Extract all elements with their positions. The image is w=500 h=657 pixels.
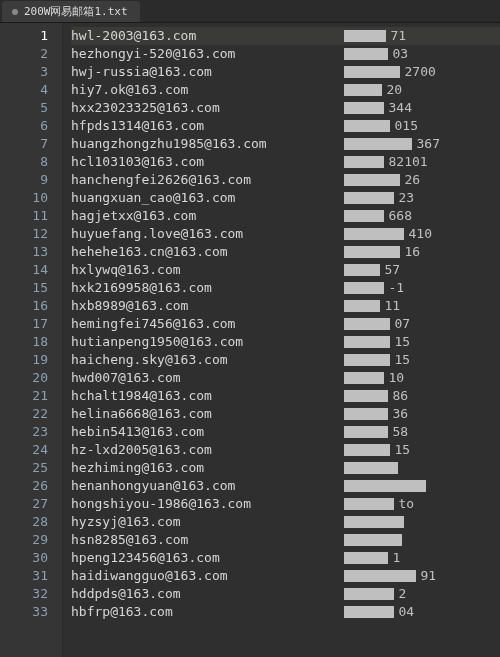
- line-number: 26: [10, 477, 48, 495]
- line-number: 20: [10, 369, 48, 387]
- censored-block: [344, 318, 390, 330]
- code-line[interactable]: hpeng123456@163.com 1: [71, 549, 500, 567]
- censored-block: [344, 336, 390, 348]
- censored-block: [344, 372, 384, 384]
- censored-block: [344, 408, 388, 420]
- code-line[interactable]: hxx23023325@163.com 344: [71, 99, 500, 117]
- censored-block: [344, 354, 390, 366]
- trailing-value: 2: [398, 585, 406, 603]
- code-line[interactable]: huangxuan_cao@163.com 23: [71, 189, 500, 207]
- code-line[interactable]: hanchengfei2626@163.com 26: [71, 171, 500, 189]
- censored-block: [344, 48, 388, 60]
- trailing-value: 2700: [404, 63, 435, 81]
- email-text: hbfrp@163.com: [71, 603, 321, 621]
- code-line[interactable]: hiy7.ok@163.com 20: [71, 81, 500, 99]
- trailing-value: 82101: [388, 153, 427, 171]
- line-number: 30: [10, 549, 48, 567]
- code-line[interactable]: hxlywq@163.com 57: [71, 261, 500, 279]
- trailing-value: 668: [388, 207, 411, 225]
- line-number: 14: [10, 261, 48, 279]
- email-text: huyuefang.love@163.com: [71, 225, 321, 243]
- code-line[interactable]: hemingfei7456@163.com 07: [71, 315, 500, 333]
- email-text: hxb8989@163.com: [71, 297, 321, 315]
- line-number: 19: [10, 351, 48, 369]
- line-number: 23: [10, 423, 48, 441]
- censored-block: [344, 498, 394, 510]
- code-line[interactable]: hcl103103@163.com 82101: [71, 153, 500, 171]
- trailing-value: 71: [390, 27, 406, 45]
- editor-area[interactable]: 1234567891011121314151617181920212223242…: [0, 23, 500, 657]
- email-text: hezhongyi-520@163.com: [71, 45, 321, 63]
- code-line[interactable]: hehehe163.cn@163.com 16: [71, 243, 500, 261]
- code-line[interactable]: hezhiming@163.com: [71, 459, 500, 477]
- censored-block: [344, 264, 380, 276]
- censored-block: [344, 444, 390, 456]
- code-line[interactable]: huangzhongzhu1985@163.com 367: [71, 135, 500, 153]
- code-line[interactable]: hutianpeng1950@163.com 15: [71, 333, 500, 351]
- line-number: 16: [10, 297, 48, 315]
- trailing-value: 11: [384, 297, 400, 315]
- censored-block: [344, 120, 390, 132]
- line-number: 6: [10, 117, 48, 135]
- code-line[interactable]: huyuefang.love@163.com 410: [71, 225, 500, 243]
- code-line[interactable]: hwj-russia@163.com 2700: [71, 63, 500, 81]
- line-number: 2: [10, 45, 48, 63]
- code-line[interactable]: hchalt1984@163.com 86: [71, 387, 500, 405]
- trailing-value: 20: [386, 81, 402, 99]
- trailing-value: 15: [394, 351, 410, 369]
- email-text: hsn8285@163.com: [71, 531, 321, 549]
- line-number: 29: [10, 531, 48, 549]
- trailing-value: 16: [404, 243, 420, 261]
- line-number: 9: [10, 171, 48, 189]
- code-line[interactable]: hyzsyj@163.com: [71, 513, 500, 531]
- line-number: 8: [10, 153, 48, 171]
- code-line[interactable]: hwd007@163.com 10: [71, 369, 500, 387]
- trailing-value: 367: [416, 135, 439, 153]
- code-line[interactable]: hddpds@163.com 2: [71, 585, 500, 603]
- email-text: hagjetxx@163.com: [71, 207, 321, 225]
- trailing-value: 03: [392, 45, 408, 63]
- code-line[interactable]: hsn8285@163.com: [71, 531, 500, 549]
- email-text: hchalt1984@163.com: [71, 387, 321, 405]
- line-number: 25: [10, 459, 48, 477]
- code-line[interactable]: hxb8989@163.com 11: [71, 297, 500, 315]
- censored-block: [344, 516, 404, 528]
- email-text: hebin5413@163.com: [71, 423, 321, 441]
- code-line[interactable]: haidiwangguo@163.com 91: [71, 567, 500, 585]
- code-line[interactable]: hagjetxx@163.com 668: [71, 207, 500, 225]
- email-text: huangxuan_cao@163.com: [71, 189, 321, 207]
- editor-window: 200W网易邮箱1.txt 12345678910111213141516171…: [0, 0, 500, 657]
- code-line[interactable]: henanhongyuan@163.com: [71, 477, 500, 495]
- trailing-value: 26: [404, 171, 420, 189]
- censored-block: [344, 66, 400, 78]
- line-number: 3: [10, 63, 48, 81]
- code-line[interactable]: hfpds1314@163.com 015: [71, 117, 500, 135]
- email-text: hyzsyj@163.com: [71, 513, 321, 531]
- code-line[interactable]: hxk2169958@163.com -1: [71, 279, 500, 297]
- email-text: hemingfei7456@163.com: [71, 315, 321, 333]
- line-number: 5: [10, 99, 48, 117]
- code-line[interactable]: hwl-2003@163.com 71: [71, 27, 500, 45]
- censored-block: [344, 300, 380, 312]
- code-line[interactable]: hebin5413@163.com 58: [71, 423, 500, 441]
- code-line[interactable]: haicheng.sky@163.com 15: [71, 351, 500, 369]
- code-line[interactable]: hbfrp@163.com 04: [71, 603, 500, 621]
- line-number: 11: [10, 207, 48, 225]
- email-text: hxk2169958@163.com: [71, 279, 321, 297]
- email-text: hwj-russia@163.com: [71, 63, 321, 81]
- email-text: hxlywq@163.com: [71, 261, 321, 279]
- file-tab[interactable]: 200W网易邮箱1.txt: [2, 1, 140, 22]
- code-line[interactable]: hezhongyi-520@163.com 03: [71, 45, 500, 63]
- censored-block: [344, 210, 384, 222]
- censored-block: [344, 480, 426, 492]
- code-line[interactable]: hz-lxd2005@163.com 15: [71, 441, 500, 459]
- code-content[interactable]: hwl-2003@163.com 71hezhongyi-520@163.com…: [63, 23, 500, 657]
- code-line[interactable]: hongshiyou-1986@163.com to: [71, 495, 500, 513]
- code-line[interactable]: helina6668@163.com 36: [71, 405, 500, 423]
- line-number: 15: [10, 279, 48, 297]
- trailing-value: 410: [408, 225, 431, 243]
- censored-block: [344, 228, 404, 240]
- censored-block: [344, 84, 382, 96]
- censored-block: [344, 138, 412, 150]
- trailing-value: 86: [392, 387, 408, 405]
